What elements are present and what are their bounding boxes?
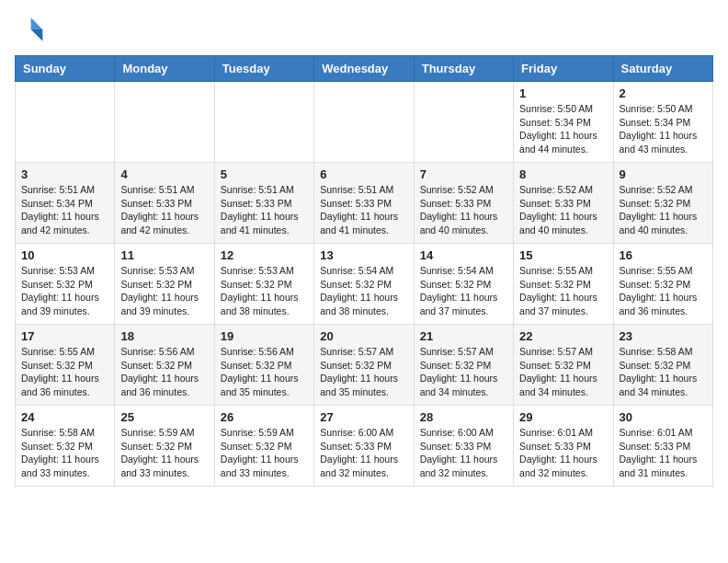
day-info: Sunrise: 6:01 AM Sunset: 5:33 PM Dayligh…	[620, 426, 707, 480]
day-info: Sunrise: 5:50 AM Sunset: 5:34 PM Dayligh…	[519, 102, 607, 156]
day-info: Sunrise: 5:51 AM Sunset: 5:33 PM Dayligh…	[320, 183, 407, 237]
day-info: Sunrise: 5:55 AM Sunset: 5:32 PM Dayligh…	[620, 264, 707, 318]
col-header-thursday: Thursday	[414, 56, 513, 82]
calendar-cell: 11Sunrise: 5:53 AM Sunset: 5:32 PM Dayli…	[115, 244, 214, 325]
day-number: 4	[120, 167, 208, 181]
day-number: 9	[620, 167, 707, 181]
day-number: 24	[21, 410, 108, 424]
calendar-cell: 26Sunrise: 5:59 AM Sunset: 5:32 PM Dayli…	[214, 406, 313, 487]
day-number: 29	[519, 410, 607, 424]
calendar-header-row: SundayMondayTuesdayWednesdayThursdayFrid…	[16, 56, 713, 82]
calendar-cell	[314, 82, 414, 163]
calendar-cell: 18Sunrise: 5:56 AM Sunset: 5:32 PM Dayli…	[115, 325, 214, 406]
day-info: Sunrise: 5:54 AM Sunset: 5:32 PM Dayligh…	[420, 264, 507, 318]
col-header-monday: Monday	[115, 56, 214, 82]
day-info: Sunrise: 5:55 AM Sunset: 5:32 PM Dayligh…	[519, 264, 607, 318]
calendar-cell: 30Sunrise: 6:01 AM Sunset: 5:33 PM Dayli…	[613, 406, 712, 487]
day-info: Sunrise: 6:01 AM Sunset: 5:33 PM Dayligh…	[519, 426, 607, 480]
calendar-week-3: 10Sunrise: 5:53 AM Sunset: 5:32 PM Dayli…	[16, 244, 713, 325]
day-info: Sunrise: 5:53 AM Sunset: 5:32 PM Dayligh…	[221, 264, 308, 318]
calendar-cell: 20Sunrise: 5:57 AM Sunset: 5:32 PM Dayli…	[314, 325, 414, 406]
col-header-wednesday: Wednesday	[314, 56, 414, 82]
day-info: Sunrise: 5:54 AM Sunset: 5:32 PM Dayligh…	[320, 264, 407, 318]
calendar-cell: 24Sunrise: 5:58 AM Sunset: 5:32 PM Dayli…	[16, 406, 115, 487]
day-number: 8	[519, 167, 607, 181]
calendar-cell: 13Sunrise: 5:54 AM Sunset: 5:32 PM Dayli…	[314, 244, 414, 325]
day-info: Sunrise: 6:00 AM Sunset: 5:33 PM Dayligh…	[320, 426, 407, 480]
col-header-friday: Friday	[514, 56, 613, 82]
calendar-cell: 10Sunrise: 5:53 AM Sunset: 5:32 PM Dayli…	[16, 244, 115, 325]
calendar-cell: 8Sunrise: 5:52 AM Sunset: 5:33 PM Daylig…	[514, 163, 613, 244]
calendar-cell	[115, 82, 214, 163]
calendar-cell: 1Sunrise: 5:50 AM Sunset: 5:34 PM Daylig…	[514, 82, 613, 163]
day-number: 19	[221, 329, 308, 343]
calendar-table: SundayMondayTuesdayWednesdayThursdayFrid…	[15, 55, 713, 487]
calendar-cell: 16Sunrise: 5:55 AM Sunset: 5:32 PM Dayli…	[613, 244, 712, 325]
day-number: 17	[21, 329, 108, 343]
col-header-saturday: Saturday	[613, 56, 712, 82]
calendar-cell: 25Sunrise: 5:59 AM Sunset: 5:32 PM Dayli…	[115, 406, 214, 487]
page-header	[15, 15, 713, 44]
calendar-cell	[414, 82, 513, 163]
day-number: 18	[120, 329, 208, 343]
calendar-cell: 23Sunrise: 5:58 AM Sunset: 5:32 PM Dayli…	[613, 325, 712, 406]
calendar-cell: 17Sunrise: 5:55 AM Sunset: 5:32 PM Dayli…	[16, 325, 115, 406]
day-number: 28	[420, 410, 507, 424]
day-number: 3	[21, 167, 108, 181]
day-info: Sunrise: 5:59 AM Sunset: 5:32 PM Dayligh…	[221, 426, 308, 480]
day-number: 6	[320, 167, 407, 181]
logo-icon	[15, 15, 44, 44]
day-number: 13	[320, 248, 407, 262]
day-info: Sunrise: 6:00 AM Sunset: 5:33 PM Dayligh…	[420, 426, 507, 480]
day-info: Sunrise: 5:52 AM Sunset: 5:33 PM Dayligh…	[519, 183, 607, 237]
day-number: 10	[21, 248, 108, 262]
calendar-cell: 22Sunrise: 5:57 AM Sunset: 5:32 PM Dayli…	[514, 325, 613, 406]
day-number: 30	[620, 410, 707, 424]
day-info: Sunrise: 5:57 AM Sunset: 5:32 PM Dayligh…	[420, 345, 507, 399]
day-info: Sunrise: 5:52 AM Sunset: 5:33 PM Dayligh…	[420, 183, 507, 237]
calendar-week-5: 24Sunrise: 5:58 AM Sunset: 5:32 PM Dayli…	[16, 406, 713, 487]
col-header-tuesday: Tuesday	[214, 56, 313, 82]
day-number: 20	[320, 329, 407, 343]
day-number: 23	[620, 329, 707, 343]
day-info: Sunrise: 5:51 AM Sunset: 5:33 PM Dayligh…	[120, 183, 208, 237]
day-info: Sunrise: 5:59 AM Sunset: 5:32 PM Dayligh…	[120, 426, 208, 480]
logo	[15, 15, 48, 44]
svg-marker-0	[31, 17, 43, 29]
calendar-cell: 3Sunrise: 5:51 AM Sunset: 5:34 PM Daylig…	[16, 163, 115, 244]
calendar-cell: 4Sunrise: 5:51 AM Sunset: 5:33 PM Daylig…	[115, 163, 214, 244]
calendar-week-1: 1Sunrise: 5:50 AM Sunset: 5:34 PM Daylig…	[16, 82, 713, 163]
day-number: 21	[420, 329, 507, 343]
day-info: Sunrise: 5:57 AM Sunset: 5:32 PM Dayligh…	[320, 345, 407, 399]
col-header-sunday: Sunday	[16, 56, 115, 82]
day-number: 16	[620, 248, 707, 262]
day-info: Sunrise: 5:53 AM Sunset: 5:32 PM Dayligh…	[21, 264, 108, 318]
calendar-cell: 12Sunrise: 5:53 AM Sunset: 5:32 PM Dayli…	[214, 244, 313, 325]
calendar-week-4: 17Sunrise: 5:55 AM Sunset: 5:32 PM Dayli…	[16, 325, 713, 406]
day-number: 11	[120, 248, 208, 262]
day-info: Sunrise: 5:55 AM Sunset: 5:32 PM Dayligh…	[21, 345, 108, 399]
day-number: 22	[519, 329, 607, 343]
calendar-cell: 6Sunrise: 5:51 AM Sunset: 5:33 PM Daylig…	[314, 163, 414, 244]
day-info: Sunrise: 5:56 AM Sunset: 5:32 PM Dayligh…	[221, 345, 308, 399]
calendar-cell: 2Sunrise: 5:50 AM Sunset: 5:34 PM Daylig…	[613, 82, 712, 163]
day-number: 27	[320, 410, 407, 424]
svg-marker-1	[31, 29, 43, 41]
calendar-week-2: 3Sunrise: 5:51 AM Sunset: 5:34 PM Daylig…	[16, 163, 713, 244]
day-number: 25	[120, 410, 208, 424]
calendar-cell: 9Sunrise: 5:52 AM Sunset: 5:32 PM Daylig…	[613, 163, 712, 244]
calendar-cell	[214, 82, 313, 163]
calendar-cell: 7Sunrise: 5:52 AM Sunset: 5:33 PM Daylig…	[414, 163, 513, 244]
calendar-cell: 15Sunrise: 5:55 AM Sunset: 5:32 PM Dayli…	[514, 244, 613, 325]
calendar-cell: 14Sunrise: 5:54 AM Sunset: 5:32 PM Dayli…	[414, 244, 513, 325]
day-number: 1	[519, 86, 607, 100]
day-number: 5	[221, 167, 308, 181]
day-info: Sunrise: 5:57 AM Sunset: 5:32 PM Dayligh…	[519, 345, 607, 399]
calendar-cell: 27Sunrise: 6:00 AM Sunset: 5:33 PM Dayli…	[314, 406, 414, 487]
day-info: Sunrise: 5:53 AM Sunset: 5:32 PM Dayligh…	[120, 264, 208, 318]
calendar-cell: 29Sunrise: 6:01 AM Sunset: 5:33 PM Dayli…	[514, 406, 613, 487]
calendar-cell: 19Sunrise: 5:56 AM Sunset: 5:32 PM Dayli…	[214, 325, 313, 406]
day-number: 26	[221, 410, 308, 424]
day-number: 14	[420, 248, 507, 262]
calendar-cell: 5Sunrise: 5:51 AM Sunset: 5:33 PM Daylig…	[214, 163, 313, 244]
